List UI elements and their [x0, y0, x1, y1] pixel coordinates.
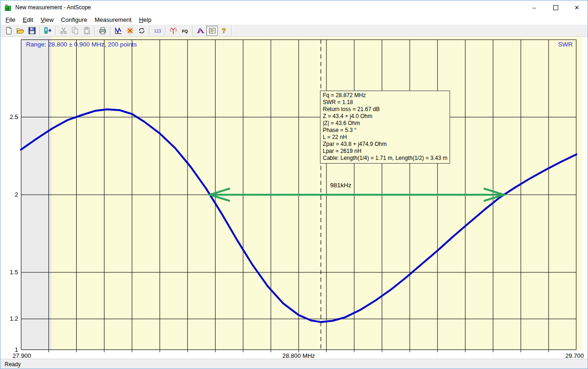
open-folder-icon [16, 26, 25, 35]
svg-text:2.5: 2.5 [10, 113, 18, 120]
window-controls: – ✕ [523, 0, 588, 14]
menu-item-measurement[interactable]: Measurement [91, 15, 135, 24]
menu-bar: FileEditViewConfigureMeasurementHelp [0, 14, 588, 25]
info-line: Z = 43.4 + j4.0 Ohm [323, 113, 447, 120]
maximize-icon [553, 5, 558, 10]
toolbar-separator [110, 26, 111, 35]
export-device-icon [44, 26, 52, 35]
maximize-button[interactable] [545, 0, 566, 14]
info-line: Return loss = 21.67 dB [323, 106, 447, 113]
menu-item-edit[interactable]: Edit [19, 15, 37, 24]
toolbar-separator [192, 26, 193, 35]
title-bar: New measurement - AntScope – ✕ [0, 0, 588, 14]
toolbar-separator [165, 26, 165, 35]
print-button[interactable] [97, 26, 108, 36]
cut-button [58, 26, 69, 36]
mode-label: SWR [558, 41, 573, 48]
svg-text:123: 123 [154, 28, 161, 33]
save-floppy-icon [28, 26, 36, 35]
numbers-123-icon: 123 [153, 26, 162, 35]
x-axis-labels: 27.90028.800 MHz29.700 [13, 352, 584, 359]
chart-curve-icon [114, 26, 123, 35]
refresh-arrows-icon [137, 26, 146, 35]
window-title: New measurement - AntScope [15, 4, 91, 11]
minimize-button[interactable]: – [523, 0, 545, 14]
antscope-app-icon [5, 4, 12, 11]
marker-info-box: Fq = 28.872 MHzSWR = 1.18Return loss = 2… [320, 91, 450, 164]
menu-item-file[interactable]: File [2, 15, 19, 24]
numeric-view-button[interactable]: 123 [151, 26, 163, 36]
svg-text:2: 2 [15, 191, 18, 198]
toolbar-separator [55, 26, 56, 35]
menu-item-view[interactable]: View [37, 15, 57, 24]
chart-view-button[interactable] [112, 26, 124, 36]
graph-curves-icon [196, 26, 205, 35]
new-measurement-button[interactable] [3, 26, 14, 36]
info-line: |Z| = 43.6 Ohm [323, 120, 447, 127]
clear-chart-button[interactable] [124, 26, 136, 36]
svg-text:27.900: 27.900 [13, 352, 31, 359]
labels-toggle-button[interactable] [206, 26, 218, 36]
y-axis-labels: 11.21.522.5 [10, 113, 18, 353]
export-device-button[interactable] [42, 26, 53, 36]
svg-text:?: ? [222, 27, 226, 34]
copy-button [69, 26, 81, 36]
application-window: New measurement - AntScope – ✕ FileEditV… [0, 0, 588, 369]
status-text: Ready [5, 361, 21, 368]
delete-burst-icon [126, 26, 134, 35]
info-line: Fq = 28.872 MHz [323, 92, 447, 99]
help-button[interactable]: ? [218, 26, 229, 36]
svg-text:1.2: 1.2 [10, 315, 18, 322]
toolbar-separator [231, 26, 232, 35]
excluded-band [21, 37, 52, 350]
chart-area: 981kHzRange: 28.800 ± 0.900 MHz, 200 poi… [0, 37, 588, 359]
menu-item-help[interactable]: Help [135, 15, 155, 24]
new-document-icon [5, 26, 13, 35]
status-bar: Ready [0, 359, 588, 369]
print-printer-icon [98, 26, 107, 35]
toolbar-separator [39, 26, 40, 35]
svg-text:28.800 MHz: 28.800 MHz [282, 352, 315, 359]
toolbar-separator [94, 26, 95, 35]
labels-panel-icon [208, 26, 216, 35]
grid-lines [21, 40, 576, 352]
paste-clipboard-icon [83, 26, 91, 35]
svg-text:29.700: 29.700 [565, 352, 584, 359]
curves-view-button[interactable] [195, 26, 206, 36]
info-line: Zpar = 43.8 + j474.9 Ohm [323, 141, 447, 148]
info-line: SWR = 1.18 [323, 99, 447, 106]
info-line: Lpar = 2619 nH [323, 148, 447, 155]
info-line: Phase = 5.3 ° [323, 127, 447, 134]
svg-text:FQ: FQ [182, 28, 188, 33]
info-line: L = 22 nH [323, 134, 447, 141]
save-file-button[interactable] [26, 26, 38, 36]
range-label: Range: 28.800 ± 0.900 MHz, 200 points [26, 41, 137, 48]
refresh-scan-button[interactable] [136, 26, 147, 36]
info-line: Cable: Length(1/4) = 1.71 m, Length(1/2)… [323, 155, 447, 162]
open-file-button[interactable] [14, 26, 26, 36]
toolbar: 123FQ? [0, 25, 588, 37]
paste-button [81, 26, 92, 36]
svg-text:1.5: 1.5 [10, 269, 18, 276]
antenna-signal-icon [169, 26, 177, 35]
bandwidth-label: 981kHz [330, 182, 352, 189]
antenna-button[interactable] [167, 26, 179, 36]
copy-pages-icon [71, 26, 79, 35]
cut-scissors-icon [59, 26, 68, 35]
fq-label-icon: FQ [181, 26, 189, 35]
toolbar-separator [149, 26, 150, 35]
menu-item-configure[interactable]: Configure [57, 15, 91, 24]
close-button[interactable]: ✕ [566, 0, 588, 14]
help-question-icon: ? [220, 26, 228, 35]
frequency-button[interactable]: FQ [179, 26, 190, 36]
